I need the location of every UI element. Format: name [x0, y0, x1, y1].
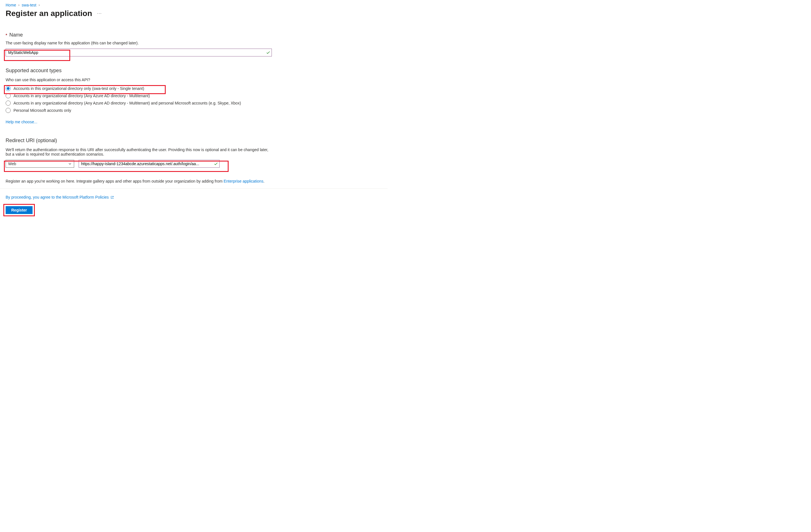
chevron-right-icon: › — [18, 3, 19, 7]
account-type-option-single-tenant[interactable]: Accounts in this organizational director… — [5, 86, 379, 91]
radio-icon — [5, 93, 11, 98]
platform-select-value: Web — [8, 162, 16, 166]
required-star-icon: * — [5, 33, 7, 37]
radio-icon — [5, 108, 11, 113]
redirect-uri-input[interactable] — [79, 160, 219, 168]
enterprise-applications-link[interactable]: Enterprise applications — [224, 179, 263, 183]
account-type-option-multitenant[interactable]: Accounts in any organizational directory… — [5, 93, 379, 98]
name-description: The user-facing display name for this ap… — [5, 41, 379, 45]
account-types-heading: Supported account types — [5, 68, 379, 74]
breadcrumb-home[interactable]: Home — [5, 3, 16, 7]
more-icon[interactable]: ··· — [97, 11, 102, 16]
redirect-uri-description: We'll return the authentication response… — [5, 148, 270, 156]
platform-select[interactable]: Web — [5, 160, 74, 168]
page-title: Register an application — [5, 9, 92, 18]
breadcrumb: Home › swa-test › — [5, 3, 379, 7]
radio-icon — [5, 101, 11, 106]
help-me-choose-link[interactable]: Help me choose... — [5, 120, 37, 124]
divider — [0, 188, 387, 189]
account-type-option-personal-only[interactable]: Personal Microsoft accounts only — [5, 108, 379, 113]
radio-label: Accounts in any organizational directory… — [14, 93, 150, 98]
account-types-question: Who can use this application or access t… — [5, 77, 379, 82]
breadcrumb-item-swa-test[interactable]: swa-test — [21, 3, 36, 7]
radio-icon — [5, 86, 11, 91]
name-input[interactable] — [5, 49, 272, 57]
account-type-option-multitenant-personal[interactable]: Accounts in any organizational directory… — [5, 101, 379, 106]
chevron-down-icon — [68, 162, 72, 165]
enterprise-apps-text: Register an app you're working on here. … — [5, 179, 379, 183]
name-label: Name — [9, 32, 23, 37]
external-link-icon — [110, 196, 114, 199]
redirect-uri-heading: Redirect URI (optional) — [5, 138, 379, 143]
radio-label: Accounts in this organizational director… — [14, 86, 144, 91]
register-button[interactable]: Register — [5, 206, 33, 214]
radio-label: Accounts in any organizational directory… — [14, 101, 241, 105]
chevron-right-icon: › — [39, 3, 40, 7]
platform-policies-link[interactable]: By proceeding, you agree to the Microsof… — [5, 195, 109, 199]
radio-label: Personal Microsoft accounts only — [14, 108, 71, 112]
